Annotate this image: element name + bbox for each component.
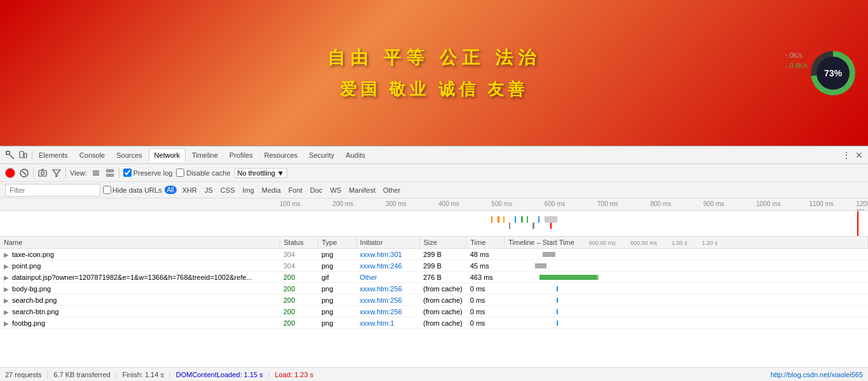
table-row[interactable]: ▶ datainput.jsp?owner=1207871982&e=1&w=1… — [0, 272, 868, 283]
ruler-900ms: 900 ms — [703, 200, 724, 207]
initiator-link[interactable]: xxxw.htm:301 — [360, 251, 402, 258]
col-header-size[interactable]: Size — [419, 237, 466, 249]
ruler-400ms: 400 ms — [438, 200, 459, 207]
table-row[interactable]: ▶ body-bg.png 200 png xxxw.htm:256 (from… — [0, 283, 868, 294]
network-table: Name Status Type Initiator Size Time Tim… — [0, 237, 868, 329]
separator — [33, 168, 34, 178]
initiator-link[interactable]: xxxw.htm:256 — [360, 308, 402, 315]
tab-console[interactable]: Console — [74, 149, 110, 162]
table-row[interactable]: ▶ search-btn.png 200 png xxxw.htm:256 (f… — [0, 306, 868, 317]
speed-labels: ↑ 0K/s ↓ 0.4K/s — [785, 51, 808, 71]
tab-separator — [32, 150, 32, 160]
network-table-container[interactable]: Name Status Type Initiator Size Time Tim… — [0, 237, 868, 367]
col-header-time[interactable]: Time — [466, 237, 505, 249]
list-view-icon[interactable] — [91, 168, 101, 178]
table-row[interactable]: ▶ footbg.png 200 png xxxw.htm:1 (from ca… — [0, 317, 868, 329]
col-header-timeline[interactable]: Timeline – Start Time 600.00 ms 800.00 m… — [505, 237, 868, 249]
disable-cache-checkbox[interactable] — [176, 169, 184, 177]
cell-name: ▶ datainput.jsp?owner=1207871982&e=1&w=1… — [0, 272, 280, 283]
cell-initiator: xxxw.htm:301 — [356, 249, 419, 260]
filter-img[interactable]: Img — [239, 186, 257, 195]
filename: search-bd.png — [12, 296, 57, 304]
filename: taxe-icon.png — [12, 251, 54, 258]
record-button[interactable]: ● — [5, 168, 15, 178]
preserve-log-checkbox-label[interactable]: Preserve log — [123, 169, 173, 177]
filter-media[interactable]: Media — [259, 186, 284, 195]
initiator-link[interactable]: xxxw.htm:246 — [360, 262, 402, 270]
filter-other[interactable]: Other — [380, 186, 404, 195]
initiator-link[interactable]: xxxw.htm:256 — [360, 285, 402, 293]
initiator-link[interactable]: xxxw.htm:1 — [360, 319, 394, 327]
filter-font[interactable]: Font — [285, 186, 306, 195]
statusbar: 27 requests | 6.7 KB transferred | Finis… — [0, 367, 868, 381]
tab-audits[interactable]: Audits — [341, 149, 370, 162]
ruler-200ms: 200 ms — [332, 200, 353, 207]
cell-type: png — [318, 260, 356, 272]
device-mode-icon[interactable] — [18, 150, 28, 160]
filter-manifest[interactable]: Manifest — [346, 186, 379, 195]
more-options-icon[interactable]: ⋮ — [841, 150, 851, 160]
preserve-log-checkbox[interactable] — [123, 169, 132, 177]
col-header-status[interactable]: Status — [280, 237, 318, 249]
tab-profiles[interactable]: Profiles — [224, 149, 258, 162]
banner-area: 自由 平等 公正 法治 爱国 敬业 诚信 友善 73% ↑ 0K/s ↓ 0.4… — [0, 0, 868, 146]
ruler-700ms: 700 ms — [597, 200, 618, 207]
cell-initiator: xxxw.htm:1 — [356, 317, 419, 329]
cell-size: 276 B — [419, 272, 466, 283]
initiator-link[interactable]: xxxw.htm:256 — [360, 296, 402, 304]
table-row[interactable]: ▶ taxe-icon.png 304 png xxxw.htm:301 299… — [0, 249, 868, 260]
filter-js[interactable]: JS — [201, 186, 216, 195]
network-table-body: ▶ taxe-icon.png 304 png xxxw.htm:301 299… — [0, 249, 868, 329]
cell-initiator: Other — [356, 272, 419, 283]
tab-security[interactable]: Security — [304, 149, 339, 162]
cell-waterfall — [505, 283, 868, 294]
all-filter-badge[interactable]: All — [165, 186, 177, 194]
table-row[interactable]: ▶ search-bd.png 200 png xxxw.htm:256 (fr… — [0, 294, 868, 306]
separator3 — [119, 168, 119, 178]
hide-data-urls-checkbox[interactable] — [103, 186, 111, 194]
finish-time: Finish: 1.14 s — [122, 371, 163, 378]
inspect-element-icon[interactable] — [5, 150, 15, 160]
ruler-1100ms: 1100 ms — [809, 200, 833, 207]
filter-doc[interactable]: Doc — [307, 186, 326, 195]
cell-status: 200 — [280, 306, 318, 317]
tab-resources[interactable]: Resources — [259, 149, 303, 162]
tab-timeline[interactable]: Timeline — [187, 149, 223, 162]
disable-cache-checkbox-label[interactable]: Disable cache — [176, 169, 230, 177]
svg-point-7 — [41, 172, 44, 175]
throttle-select[interactable]: No throttling ▼ — [234, 168, 287, 178]
tab-elements[interactable]: Elements — [34, 149, 73, 162]
ruler-600ms: 600 ms — [545, 200, 566, 207]
col-header-name[interactable]: Name — [0, 237, 280, 249]
tree-view-icon[interactable] — [105, 168, 115, 178]
devtools-close-button[interactable]: ✕ — [853, 149, 865, 162]
col-header-initiator[interactable]: Initiator — [356, 237, 419, 249]
capture-screenshots-icon[interactable] — [37, 168, 48, 178]
ruler-800ms: 800 ms — [650, 200, 671, 207]
cell-initiator: xxxw.htm:256 — [356, 306, 419, 317]
tab-network[interactable]: Network — [149, 148, 186, 162]
cell-type: png — [318, 306, 356, 317]
filter-input[interactable] — [5, 184, 100, 197]
svg-rect-2 — [20, 151, 24, 158]
svg-rect-13 — [107, 174, 109, 176]
devtools-panel: Elements Console Sources Network Timelin… — [0, 146, 868, 381]
col-header-type[interactable]: Type — [318, 237, 356, 249]
ruler-300ms: 300 ms — [386, 200, 407, 207]
devtools-tabbar: Elements Console Sources Network Timelin… — [0, 146, 868, 164]
filter-css[interactable]: CSS — [217, 186, 238, 195]
cell-status: 200 — [280, 294, 318, 306]
table-row[interactable]: ▶ point.png 304 png xxxw.htm:246 299 B 4… — [0, 260, 868, 272]
filter-types: XHR JS CSS Img Media Font Doc WS Manifes… — [179, 186, 403, 195]
filter-ws[interactable]: WS — [327, 186, 344, 195]
tab-sources[interactable]: Sources — [111, 149, 147, 162]
filter-xhr[interactable]: XHR — [179, 186, 200, 195]
cell-time: 0 ms — [466, 294, 505, 306]
clear-button[interactable] — [19, 168, 29, 178]
initiator-link[interactable]: Other — [360, 274, 377, 281]
page-url: http://blog.csdn.net/xiaolei565 — [770, 371, 863, 378]
filter-icon[interactable] — [51, 168, 62, 178]
hide-data-urls-label[interactable]: Hide data URLs — [103, 186, 162, 194]
banner-line1: 自由 平等 公正 法治 — [327, 42, 540, 74]
cell-size: (from cache) — [419, 317, 466, 329]
